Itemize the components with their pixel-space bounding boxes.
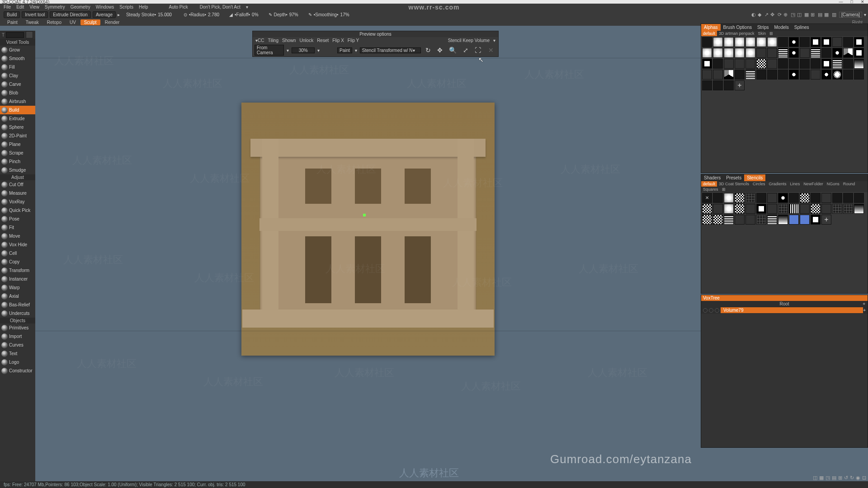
alpha-swatch[interactable]: [735, 70, 745, 80]
stencil-swatch[interactable]: [811, 204, 821, 214]
tool-smudge[interactable]: Smudge: [0, 166, 35, 174]
alphas-sub-skin[interactable]: Skin: [756, 31, 768, 36]
tab-stencils[interactable]: Stencils: [744, 174, 765, 181]
camera-arrow-icon[interactable]: ▾: [864, 12, 866, 17]
steady-value[interactable]: 15.000: [158, 12, 172, 17]
st-sub-grad[interactable]: Gradients: [767, 181, 788, 187]
stencil-swatch[interactable]: [745, 215, 755, 225]
alpha-swatch[interactable]: [702, 70, 712, 80]
alpha-swatch[interactable]: [702, 59, 712, 69]
stencil-swatch[interactable]: [800, 215, 810, 225]
alphas-sub-add[interactable]: ⊞: [768, 31, 775, 36]
param-build[interactable]: Build: [4, 11, 20, 18]
falloff-value[interactable]: 0%: [252, 12, 258, 17]
alpha-swatch[interactable]: [745, 48, 755, 58]
close-button[interactable]: ✕: [857, 0, 868, 4]
voxtree-item[interactable]: Volume79: [721, 307, 863, 313]
vi-11[interactable]: ▤: [817, 12, 823, 17]
alpha-swatch[interactable]: [800, 70, 810, 80]
pv-rotate-icon[interactable]: ↻: [424, 47, 433, 54]
alpha-swatch[interactable]: [800, 48, 810, 58]
mode-sculpt[interactable]: Sculpt: [80, 19, 100, 25]
voxtree-row[interactable]: Volume79 +: [701, 307, 868, 314]
stencil-swatch[interactable]: [811, 193, 821, 203]
tool-extrude[interactable]: Extrude: [0, 114, 35, 123]
tool-measure[interactable]: Measure: [0, 189, 35, 197]
menu-autopick[interactable]: Auto Pick: [167, 5, 189, 9]
alpha-swatch[interactable]: [767, 48, 777, 58]
stencil-swatch[interactable]: [778, 204, 788, 214]
tab-alphas[interactable]: Alphas: [701, 24, 721, 31]
tool-copy[interactable]: Copy: [0, 258, 35, 266]
alpha-swatch[interactable]: [811, 70, 821, 80]
pv-keepvol[interactable]: Stencil Keep Volume: [447, 38, 491, 43]
alpha-swatch[interactable]: [724, 70, 734, 80]
sb-i5[interactable]: ⊞: [838, 475, 842, 481]
alpha-swatch[interactable]: [821, 37, 831, 47]
alpha-swatch[interactable]: [811, 37, 821, 47]
alpha-swatch[interactable]: [756, 48, 766, 58]
tab-models[interactable]: Models: [772, 24, 792, 31]
st-sub-new[interactable]: NewFolder: [802, 181, 825, 187]
stencil-swatch[interactable]: [756, 215, 766, 225]
tool-plane[interactable]: Plane: [0, 140, 35, 149]
vi-2[interactable]: ◆: [757, 12, 762, 17]
shader-toggle-icon[interactable]: [715, 308, 719, 313]
alpha-swatch[interactable]: [713, 37, 723, 47]
sb-i6[interactable]: ↺: [844, 475, 848, 481]
alpha-swatch[interactable]: [832, 70, 842, 80]
alpha-swatch[interactable]: [713, 59, 723, 69]
alpha-swatch[interactable]: [789, 59, 799, 69]
tool-vox-hide[interactable]: Vox Hide: [0, 240, 35, 249]
alpha-swatch[interactable]: [702, 37, 712, 47]
pv-fromcam[interactable]: From Camera: [255, 45, 284, 56]
tool-pose[interactable]: Pose: [0, 215, 35, 223]
tool-cut-off[interactable]: Cut Off: [0, 180, 35, 189]
alpha-swatch[interactable]: [756, 70, 766, 80]
tool-drop[interactable]: [26, 31, 33, 38]
stencil-swatch[interactable]: [767, 215, 777, 225]
st-sub-3dc[interactable]: 3D Coat Stencils: [717, 181, 751, 187]
mode-retopo[interactable]: Retopo: [43, 19, 65, 25]
alpha-swatch[interactable]: [702, 80, 712, 90]
tab-splines[interactable]: Splines: [792, 24, 812, 31]
chevron-down-icon[interactable]: ▾: [355, 48, 357, 53]
tool-build[interactable]: Build: [0, 106, 35, 114]
tab-presets[interactable]: Presets: [723, 174, 744, 181]
vis-toggle-icon[interactable]: [703, 308, 708, 313]
alpha-swatch[interactable]: [821, 70, 831, 80]
stencil-swatch[interactable]: [724, 215, 734, 225]
tool-fit[interactable]: Fit: [0, 223, 35, 232]
pv-cc[interactable]: ▾CC: [255, 38, 265, 43]
pv-unlock[interactable]: Unlock: [299, 38, 315, 43]
alpha-swatch[interactable]: [821, 48, 831, 58]
minimize-button[interactable]: —: [835, 0, 846, 4]
tool-bas-relief[interactable]: Bas-Relief: [0, 300, 35, 309]
tool-text[interactable]: Text: [0, 349, 35, 358]
vi-4[interactable]: ✥: [769, 12, 775, 17]
alpha-swatch[interactable]: [767, 70, 777, 80]
st-sub-circles[interactable]: Circles: [751, 181, 767, 187]
sb-i3[interactable]: ◳: [826, 475, 830, 481]
alpha-swatch[interactable]: [778, 37, 788, 47]
voxtree-root[interactable]: Root: [779, 301, 789, 306]
vi-6[interactable]: ⊕: [783, 12, 788, 17]
stencil-swatch[interactable]: +: [821, 215, 831, 225]
stencil-swatch[interactable]: [832, 204, 842, 214]
alpha-swatch[interactable]: [713, 48, 723, 58]
alpha-swatch[interactable]: [843, 37, 853, 47]
alpha-swatch[interactable]: [724, 37, 734, 47]
tool-voxray[interactable]: VoxRay: [0, 197, 35, 206]
tool-clay[interactable]: Clay: [0, 71, 35, 80]
camera-dropdown[interactable]: [Camera]: [839, 12, 862, 18]
tool-primitives[interactable]: Primitives: [0, 324, 35, 332]
sb-i7[interactable]: ↻: [850, 475, 854, 481]
stencil-swatch[interactable]: [789, 215, 799, 225]
alpha-swatch[interactable]: [854, 70, 864, 80]
sb-i2[interactable]: ▦: [819, 475, 824, 481]
stencil-swatch[interactable]: [735, 215, 745, 225]
vi-7[interactable]: ◳: [790, 12, 796, 17]
st-sub-sq[interactable]: Squares: [701, 187, 720, 192]
menu-edit[interactable]: Edit: [14, 5, 26, 9]
pv-tiling[interactable]: Tiling: [267, 38, 279, 43]
